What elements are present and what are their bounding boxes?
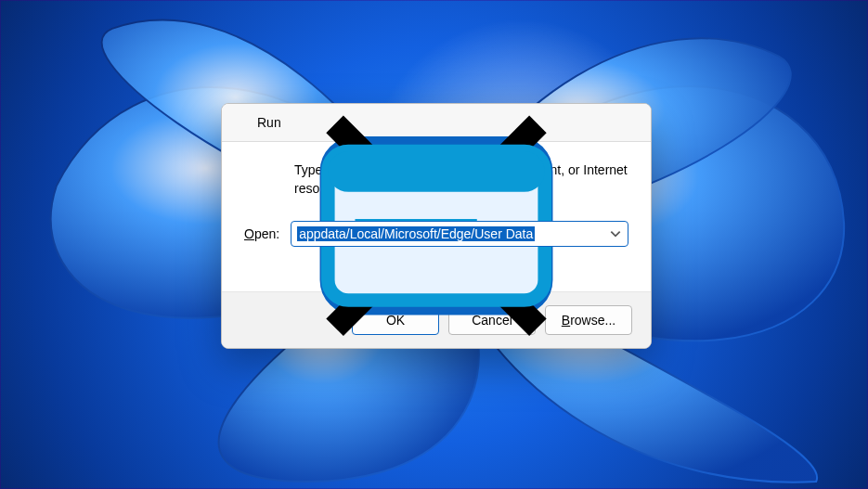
open-input-value[interactable]: appdata/Local/Microsoft/Edge/User Data (297, 226, 535, 241)
svg-rect-5 (328, 151, 544, 192)
run-large-icon (244, 161, 278, 194)
dialog-body: Type the name of a program, folder, docu… (222, 142, 651, 291)
open-combobox[interactable]: appdata/Local/Microsoft/Edge/User Data (291, 221, 628, 247)
desktop-wallpaper: Run Type the name of a program, f (0, 0, 868, 489)
run-dialog: Run Type the name of a program, f (221, 103, 652, 349)
chevron-down-icon[interactable] (609, 227, 622, 240)
